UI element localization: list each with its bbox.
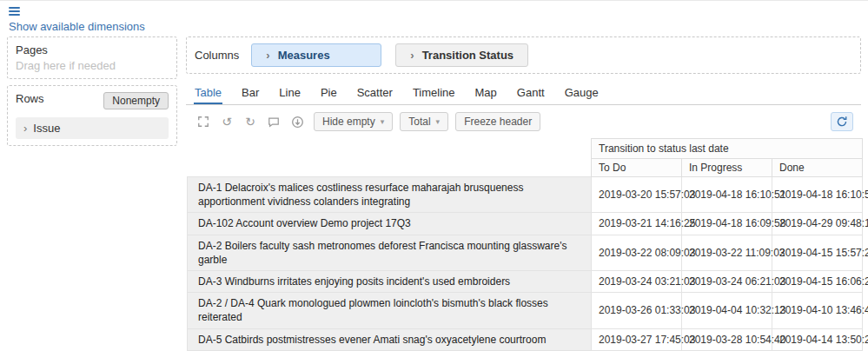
date-value-cell[interactable]: 2019-04-04 10:32:13 — [682, 293, 772, 328]
table-row: DA-2 / DA-4 Quark monologued plowmen loi… — [188, 293, 863, 328]
show-available-dimensions-link[interactable]: Show available dimensions — [9, 20, 145, 33]
date-value-cell[interactable]: 2019-03-28 10:54:40 — [682, 328, 772, 350]
columns-chip-list: ›Measures›Transition Status — [251, 43, 528, 67]
table-row: DA-1 Delacroix's malices costliness resu… — [188, 177, 863, 213]
pages-title: Pages — [16, 43, 169, 56]
table-toolbar: ↺ ↻ Hide empty▾ Total▾ — [186, 105, 861, 136]
rows-panel: Rows Nonempty ›Issue — [7, 85, 177, 146]
date-value-cell[interactable]: 2019-04-14 13:50:20 — [772, 328, 863, 350]
tab-timeline[interactable]: Timeline — [412, 82, 456, 104]
date-value-cell[interactable]: 2019-04-29 09:48:13 — [772, 213, 863, 235]
menu-icon[interactable] — [9, 7, 20, 16]
chevron-down-icon: ▾ — [381, 117, 385, 126]
total-dropdown[interactable]: Total▾ — [400, 112, 448, 131]
table-row: DA-102 Account overview Demo project 17Q… — [188, 213, 863, 235]
column-header-done[interactable]: Done — [772, 159, 863, 177]
rows-item-label: Issue — [33, 122, 60, 135]
issue-name-cell[interactable]: DA-1 Delacroix's malices costliness resu… — [188, 177, 592, 213]
tab-scatter[interactable]: Scatter — [356, 82, 394, 104]
rows-item-issue[interactable]: ›Issue — [16, 117, 169, 139]
issue-name-cell[interactable]: DA-102 Account overview Demo project 17Q… — [188, 213, 592, 235]
issue-name-cell[interactable]: DA-5 Catbirds postmistresses evener Amat… — [188, 328, 592, 350]
table-row: DA-2 Boilers faculty sash metronomes def… — [188, 235, 863, 270]
columns-title: Columns — [195, 49, 239, 62]
nonempty-button[interactable]: Nonempty — [103, 92, 169, 109]
refresh-icon[interactable] — [831, 112, 853, 131]
date-value-cell[interactable]: 2019-04-10 13:46:44 — [772, 293, 863, 328]
hide-empty-dropdown[interactable]: Hide empty▾ — [314, 112, 393, 131]
pages-drop-placeholder: Drag here if needed — [16, 59, 169, 72]
rows-title: Rows — [16, 92, 44, 105]
issue-name-cell[interactable]: DA-3 Windburns irritates enjoying posits… — [188, 270, 592, 292]
freeze-header-button[interactable]: Freeze header — [455, 112, 540, 131]
columns-panel: Columns ›Measures›Transition Status — [186, 36, 861, 74]
tab-pie[interactable]: Pie — [320, 82, 338, 104]
measure-group-header: Transition to status last date — [592, 139, 863, 159]
tab-line[interactable]: Line — [278, 82, 301, 104]
date-value-cell[interactable]: 2019-03-22 08:09:03 — [592, 235, 682, 270]
chevron-down-icon: ▾ — [436, 117, 441, 126]
column-header-in-progress[interactable]: In Progress — [682, 159, 772, 177]
table-row: DA-5 Catbirds postmistresses evener Amat… — [188, 328, 863, 350]
date-value-cell[interactable]: 2019-03-24 03:21:03 — [592, 270, 682, 292]
columns-chip-transition-status[interactable]: ›Transition Status — [395, 43, 528, 67]
report-builder: Show available dimensions Pages Drag her… — [0, 0, 868, 351]
date-value-cell[interactable]: 2019-03-22 11:09:03 — [682, 235, 772, 270]
pages-panel: Pages Drag here if needed — [7, 36, 177, 79]
chevron-right-icon: › — [266, 50, 269, 61]
maximize-icon[interactable] — [194, 113, 213, 130]
column-header-to-do[interactable]: To Do — [592, 159, 682, 177]
export-icon[interactable] — [288, 113, 307, 130]
chevron-right-icon: › — [23, 123, 27, 134]
date-value-cell[interactable]: 2019-04-18 16:09:58 — [682, 213, 772, 235]
redo-icon[interactable]: ↻ — [241, 113, 260, 130]
chip-label: Measures — [278, 49, 330, 62]
undo-icon[interactable]: ↺ — [217, 113, 236, 130]
tab-table[interactable]: Table — [194, 82, 222, 104]
pivot-table-container: Transition to status last date To DoIn P… — [186, 136, 861, 351]
date-value-cell[interactable]: 2019-03-24 06:21:03 — [682, 270, 772, 292]
comment-icon[interactable] — [264, 113, 283, 130]
chip-label: Transition Status — [422, 49, 514, 62]
table-corner — [188, 159, 592, 177]
chevron-right-icon: › — [410, 50, 414, 61]
date-value-cell[interactable]: 2019-04-18 16:10:57 — [772, 177, 863, 213]
tab-gauge[interactable]: Gauge — [564, 82, 600, 104]
date-value-cell[interactable]: 2019-04-15 16:06:21 — [772, 270, 863, 292]
table-corner — [188, 139, 592, 159]
date-value-cell[interactable]: 2019-03-21 14:16:25 — [592, 213, 682, 235]
tab-gantt[interactable]: Gantt — [516, 82, 546, 104]
rows-dimension-list: ›Issue — [16, 117, 169, 139]
date-value-cell[interactable]: 2019-04-18 16:10:51 — [682, 177, 772, 213]
issue-name-cell[interactable]: DA-2 / DA-4 Quark monologued plowmen loi… — [188, 293, 592, 328]
date-value-cell[interactable]: 2019-03-27 17:45:03 — [592, 328, 682, 350]
table-row: DA-3 Windburns irritates enjoying posits… — [188, 270, 863, 292]
date-value-cell[interactable]: 2019-04-15 15:57:29 — [772, 235, 863, 270]
chart-type-tabs: TableBarLinePieScatterTimelineMapGanttGa… — [186, 82, 861, 105]
columns-chip-measures[interactable]: ›Measures — [251, 43, 381, 67]
tab-bar[interactable]: Bar — [241, 82, 260, 104]
date-value-cell[interactable]: 2019-03-20 15:57:03 — [592, 177, 682, 213]
date-value-cell[interactable]: 2019-03-26 01:33:03 — [592, 293, 682, 328]
pivot-table: Transition to status last date To DoIn P… — [187, 138, 863, 351]
tab-map[interactable]: Map — [474, 82, 498, 104]
issue-name-cell[interactable]: DA-2 Boilers faculty sash metronomes def… — [188, 235, 592, 270]
top-bar: Show available dimensions — [0, 1, 868, 36]
